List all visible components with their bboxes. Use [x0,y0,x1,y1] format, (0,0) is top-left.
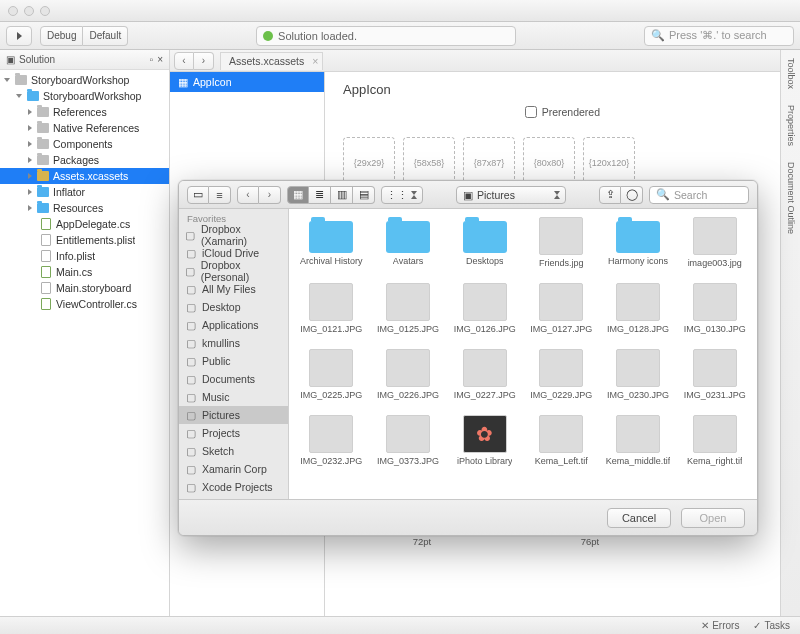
grid-item[interactable]: IMG_0230.JPG [602,349,675,411]
share-button[interactable]: ⇪ [599,186,621,204]
sidebar-item-label: Desktop [202,301,241,313]
run-button[interactable] [6,26,32,46]
grid-item[interactable]: IMG_0226.JPG [372,349,445,411]
grid-item[interactable]: IMG_0232.JPG [295,415,368,477]
view-list-button[interactable]: ≣ [309,186,331,204]
asset-list-item-appicon[interactable]: ▦ AppIcon [170,72,324,92]
grid-item[interactable]: Archival History [295,217,368,279]
tree-item[interactable]: ViewController.cs [0,296,169,312]
finder-search-placeholder: Search [674,189,707,201]
nav-forward-button[interactable]: › [194,52,214,70]
rail-doc-outline[interactable]: Document Outline [784,160,798,236]
image-thumbnail [539,415,583,453]
grid-item[interactable]: Harmony icons [602,217,675,279]
view-icons-button[interactable]: ▦ [287,186,309,204]
grid-item[interactable]: IMG_0127.JPG [525,283,598,345]
finder-sidebar[interactable]: Favorites▢Dropbox (Xamarin)▢iCloud Drive… [179,209,289,499]
sidebar-item[interactable]: ▢Xamarin Corp [179,460,288,478]
grid-item[interactable]: IMG_0130.JPG [678,283,751,345]
tree-label: Main.storyboard [56,282,131,294]
sidebar-item[interactable]: ▢Documents [179,370,288,388]
finder-forward-button[interactable]: › [259,186,281,204]
grid-item[interactable]: IMG_0126.JPG [448,283,521,345]
tree-label: Packages [53,154,99,166]
grid-item[interactable]: IMG_0231.JPG [678,349,751,411]
tree-item[interactable]: Assets.xcassets [0,168,169,184]
close-dot[interactable] [8,6,18,16]
finder-back-button[interactable]: ‹ [237,186,259,204]
location-popup[interactable]: ▣ Pictures [456,186,566,204]
open-file-dialog: ▭ ≡ ‹ › ▦ ≣ ▥ ▤ ⋮⋮ ▣ Pictures ⇪ ◯ 🔍 Sear… [178,180,758,536]
tree-item[interactable]: StoryboardWorkshop [0,72,169,88]
tree-item[interactable]: References [0,104,169,120]
tree-item[interactable]: Main.cs [0,264,169,280]
grid-item[interactable]: Friends.jpg [525,217,598,279]
tree-item[interactable]: Main.storyboard [0,280,169,296]
tree-item[interactable]: Entitlements.plist [0,232,169,248]
grid-item[interactable]: Kema_right.tif [678,415,751,477]
grid-item[interactable]: IMG_0227.JPG [448,349,521,411]
grid-item[interactable]: Desktops [448,217,521,279]
grid-item[interactable]: IMG_0373.JPG [372,415,445,477]
nav-back-button[interactable]: ‹ [174,52,194,70]
sidebar-item[interactable]: ▢Dropbox (Personal) [179,262,288,280]
finder-search[interactable]: 🔍 Search [649,186,749,204]
grid-item[interactable]: Avatars [372,217,445,279]
tree-item[interactable]: Inflator [0,184,169,200]
rail-toolbox[interactable]: Toolbox [784,56,798,91]
tree-item[interactable]: AppDelegate.cs [0,216,169,232]
sidebar-hide-button[interactable]: ≡ [209,186,231,204]
image-thumbnail [616,415,660,453]
tree-item[interactable]: Native References [0,120,169,136]
tree-item[interactable]: Resources [0,200,169,216]
tasks-button[interactable]: ✓Tasks [753,620,790,631]
sidebar-item[interactable]: ▢Desktop [179,298,288,316]
cancel-button[interactable]: Cancel [607,508,671,528]
sidebar-item[interactable]: ▢Music [179,388,288,406]
grid-item[interactable]: iPhoto Library [448,415,521,477]
view-columns-button[interactable]: ▥ [331,186,353,204]
open-button[interactable]: Open [681,508,745,528]
sidebar-item[interactable]: ▢Sketch [179,442,288,460]
grid-item[interactable]: image003.jpg [678,217,751,279]
grid-item[interactable]: IMG_0125.JPG [372,283,445,345]
tree-item[interactable]: Info.plist [0,248,169,264]
finder-grid[interactable]: Archival HistoryAvatarsDesktopsFriends.j… [289,209,757,499]
sidebar-item[interactable]: ▢Dropbox (Xamarin) [179,226,288,244]
grid-item[interactable]: Kema_middle.tif [602,415,675,477]
sidebar-item[interactable]: ▢Public [179,352,288,370]
sidebar-item[interactable]: ▢Applications [179,316,288,334]
grid-item[interactable]: Kema_Left.tif [525,415,598,477]
grid-item[interactable]: IMG_0225.JPG [295,349,368,411]
pad-close-icon[interactable]: × [157,54,163,65]
tags-button[interactable]: ◯ [621,186,643,204]
tab-close-icon[interactable]: × [312,55,318,67]
grid-item[interactable]: IMG_0229.JPG [525,349,598,411]
sidebar-item[interactable]: ▢Xcode Projects [179,478,288,496]
status-ok-icon [263,31,273,41]
solution-tree[interactable]: StoryboardWorkshopStoryboardWorkshopRefe… [0,70,169,314]
grid-item-label: iPhoto Library [457,457,513,477]
tab-assets[interactable]: Assets.xcassets × [220,52,323,70]
tree-item[interactable]: StoryboardWorkshop [0,88,169,104]
minimize-dot[interactable] [24,6,34,16]
config-selector[interactable]: Debug [40,26,83,46]
global-search[interactable]: 🔍 Press '⌘.' to search [644,26,794,46]
rail-properties[interactable]: Properties [784,103,798,148]
sidebar-item[interactable]: ▢kmullins [179,334,288,352]
tree-item[interactable]: Components [0,136,169,152]
prerendered-checkbox[interactable] [525,106,537,118]
pad-pin-icon[interactable]: ▫ [150,54,154,65]
tree-item[interactable]: Packages [0,152,169,168]
grid-item[interactable]: IMG_0121.JPG [295,283,368,345]
errors-button[interactable]: ✕Errors [701,620,739,631]
zoom-dot[interactable] [40,6,50,16]
arrange-button[interactable]: ⋮⋮ [381,186,423,204]
sidebar-show-button[interactable]: ▭ [187,186,209,204]
grid-item[interactable]: IMG_0128.JPG [602,283,675,345]
sidebar-item[interactable]: ▢Projects [179,424,288,442]
sidebar-item[interactable]: ▢Pictures [179,406,288,424]
target-selector[interactable]: Default [83,26,128,46]
image-thumbnail [539,349,583,387]
view-gallery-button[interactable]: ▤ [353,186,375,204]
